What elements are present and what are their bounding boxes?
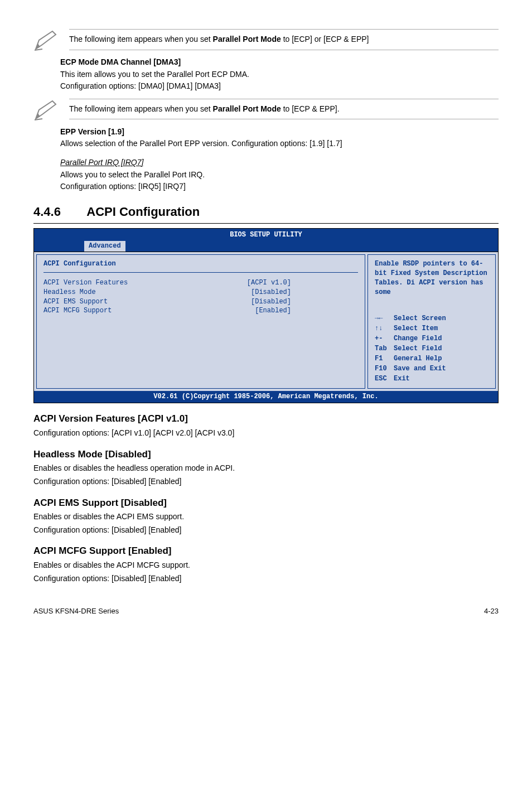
bios-tab-row: Advanced bbox=[34, 241, 498, 252]
bios-key-sym: F10 bbox=[375, 364, 394, 374]
bios-key-sym: →← bbox=[375, 313, 394, 323]
bios-row-value: [Disabled] bbox=[251, 297, 291, 307]
section-heading: 4.4.6 ACPI Configuration bbox=[33, 204, 499, 224]
pp-irq-desc-2: Configuration options: [IRQ5] [IRQ7] bbox=[60, 181, 499, 192]
note-block-2: The following item appears when you set … bbox=[33, 99, 499, 121]
acpi-ems-heading: ACPI EMS Support [Disabled] bbox=[33, 496, 499, 510]
note1-pre: The following item appears when you set bbox=[69, 35, 213, 44]
bios-key-sym: ↑↓ bbox=[375, 323, 394, 334]
bios-key-row: ↑↓Select Item bbox=[375, 323, 489, 334]
bios-key-row: ESCExit bbox=[375, 374, 489, 384]
bios-key-label: Select Field bbox=[394, 345, 442, 352]
bios-key-legend: →←Select Screen ↑↓Select Item +-Change F… bbox=[375, 313, 489, 384]
ecp-block: ECP Mode DMA Channel [DMA3] This item al… bbox=[60, 57, 499, 92]
headless-mode-heading: Headless Mode [Disabled] bbox=[33, 448, 499, 461]
ecp-desc-1: This item allows you to set the Parallel… bbox=[60, 69, 499, 80]
parallel-port-irq-block: Parallel Port IRQ [IRQ7] Allows you to s… bbox=[60, 157, 499, 192]
acpi-ems-body-1: Enables or disables the ACPI EMS support… bbox=[33, 511, 499, 523]
note2-post: to [ECP & EPP]. bbox=[281, 104, 340, 113]
footer-left: ASUS KFSN4-DRE Series bbox=[33, 606, 119, 616]
acpi-mcfg-heading: ACPI MCFG Support [Enabled] bbox=[33, 544, 499, 558]
bios-key-sym: F1 bbox=[375, 354, 394, 364]
bios-row-value: [Enabled] bbox=[255, 306, 291, 316]
headless-mode-body-2: Configuration options: [Disabled] [Enabl… bbox=[33, 476, 499, 487]
epp-heading: EPP Version [1.9] bbox=[60, 127, 499, 138]
note2-pre: The following item appears when you set bbox=[69, 104, 213, 113]
bios-row: ACPI EMS Support [Disabled] bbox=[43, 297, 358, 307]
acpi-version-body: Configuration options: [ACPI v1.0] [ACPI… bbox=[33, 428, 499, 439]
bios-key-label: Exit bbox=[394, 375, 410, 383]
bios-key-row: F10Save and Exit bbox=[375, 364, 489, 374]
ecp-desc-2: Configuration options: [DMA0] [DMA1] [DM… bbox=[60, 81, 499, 92]
bios-row-value: [ACPI v1.0] bbox=[247, 278, 291, 288]
bios-key-sym: Tab bbox=[375, 344, 394, 354]
epp-block: EPP Version [1.9] Allows selection of th… bbox=[60, 127, 499, 149]
bios-row: ACPI MCFG Support [Enabled] bbox=[43, 306, 358, 316]
note2-bold: Parallel Port Mode bbox=[213, 104, 281, 113]
bios-setup-screenshot: BIOS SETUP UTILITY Advanced ACPI Configu… bbox=[33, 228, 499, 404]
epp-desc: Allows selection of the Parallel Port EP… bbox=[60, 138, 499, 149]
footer-page-number: 4-23 bbox=[484, 606, 499, 616]
pp-irq-heading: Parallel Port IRQ [IRQ7] bbox=[60, 157, 499, 168]
bios-tab-advanced: Advanced bbox=[84, 241, 125, 252]
bios-key-row: F1General Help bbox=[375, 354, 489, 364]
section-number: 4.4.6 bbox=[33, 204, 84, 221]
page-footer: ASUS KFSN4-DRE Series 4-23 bbox=[33, 606, 499, 616]
note-text: The following item appears when you set … bbox=[69, 99, 499, 120]
acpi-version-heading: ACPI Version Features [ACPI v1.0] bbox=[33, 412, 499, 426]
bios-key-sym: +- bbox=[375, 334, 394, 344]
headless-mode-body-1: Enables or disables the headless operati… bbox=[33, 463, 499, 474]
bios-help-text: Enable RSDP pointers to 64-bit Fixed Sys… bbox=[375, 259, 489, 297]
bios-key-label: Select Screen bbox=[394, 315, 446, 322]
bios-key-row: +-Change Field bbox=[375, 334, 489, 344]
bios-row: Headless Mode [Disabled] bbox=[43, 288, 358, 297]
bios-row-value: [Disabled] bbox=[251, 288, 291, 297]
bios-key-label: Select Item bbox=[394, 325, 438, 332]
bios-divider bbox=[43, 272, 358, 273]
bios-config-title: ACPI Configuration bbox=[43, 259, 358, 269]
bios-key-sym: ESC bbox=[375, 374, 394, 384]
section-title-text: ACPI Configuration bbox=[86, 205, 200, 219]
acpi-mcfg-body-1: Enables or disables the ACPI MCFG suppor… bbox=[33, 560, 499, 571]
pencil-note-icon bbox=[33, 99, 60, 121]
bios-key-row: →←Select Screen bbox=[375, 313, 489, 323]
pencil-note-icon bbox=[33, 29, 60, 51]
bios-row: ACPI Version Features [ACPI v1.0] bbox=[43, 278, 358, 288]
pp-irq-desc-1: Allows you to select the Parallel Port I… bbox=[60, 170, 499, 181]
bios-row-label: Headless Mode bbox=[43, 288, 96, 297]
bios-body: ACPI Configuration ACPI Version Features… bbox=[34, 252, 498, 391]
acpi-mcfg-body-2: Configuration options: [Disabled] [Enabl… bbox=[33, 573, 499, 584]
note-block-1: The following item appears when you set … bbox=[33, 29, 499, 51]
note-text: The following item appears when you set … bbox=[69, 29, 499, 50]
acpi-ems-body-2: Configuration options: [Disabled] [Enabl… bbox=[33, 525, 499, 536]
note1-bold: Parallel Port Mode bbox=[213, 35, 281, 44]
bios-footer: V02.61 (C)Copyright 1985-2006, American … bbox=[34, 391, 498, 403]
bios-row-label: ACPI MCFG Support bbox=[43, 306, 112, 316]
bios-right-panel: Enable RSDP pointers to 64-bit Fixed Sys… bbox=[367, 254, 496, 389]
bios-key-label: Change Field bbox=[394, 335, 442, 342]
bios-key-label: Save and Exit bbox=[394, 365, 446, 373]
bios-key-label: General Help bbox=[394, 355, 442, 363]
bios-row-label: ACPI Version Features bbox=[43, 278, 128, 288]
bios-left-panel: ACPI Configuration ACPI Version Features… bbox=[36, 254, 365, 389]
note1-post: to [ECP] or [ECP & EPP] bbox=[281, 35, 369, 44]
bios-key-row: TabSelect Field bbox=[375, 344, 489, 354]
ecp-heading: ECP Mode DMA Channel [DMA3] bbox=[60, 57, 499, 68]
bios-header: BIOS SETUP UTILITY bbox=[34, 229, 498, 241]
bios-row-label: ACPI EMS Support bbox=[43, 297, 108, 307]
